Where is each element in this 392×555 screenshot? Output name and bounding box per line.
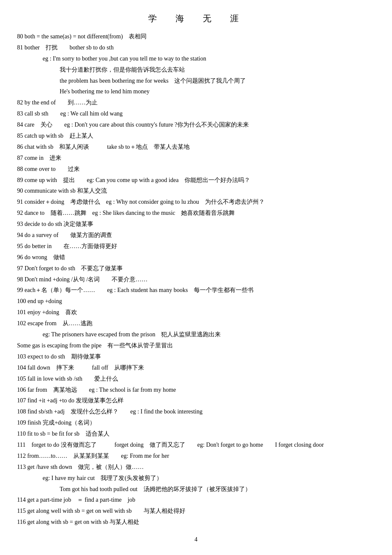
entry-100: 100 end up +doing bbox=[17, 296, 375, 307]
entry-113: 113 get /have sth down 做完，被（别人）做…… bbox=[17, 462, 375, 473]
entry-92: 92 dance to 随着……跳舞 eg : She likes dancin… bbox=[17, 208, 375, 219]
entry-110: 110 fit to sb = be fit for sb 适合某人 bbox=[17, 428, 375, 439]
entry-82: 82 by the end of 到……为止 bbox=[17, 97, 375, 108]
entry-102eg2: Some gas is escaping from the pipe 有一些气体… bbox=[17, 340, 375, 351]
entry-108: 108 find sb/sth +adj 发现什么怎么样？ eg : I fin… bbox=[17, 406, 375, 417]
entry-99: 99 each＋名（单）每一个…… eg : Each student has … bbox=[17, 285, 375, 296]
entry-98: 98 Don't mind +doing /从句 /名词 不要介意…… bbox=[17, 274, 375, 285]
entry-101: 101 enjoy +doing 喜欢 bbox=[17, 307, 375, 318]
entry-81eg: eg : I'm sorry to bother you ,but can yo… bbox=[17, 53, 375, 64]
entry-90: 90 communicate with sb 和某人交流 bbox=[17, 185, 375, 197]
entry-112: 112 from……to…… 从某某到某某 eg: From me for he… bbox=[17, 451, 375, 462]
entry-80: 80 both = the same(as) = not different(f… bbox=[17, 31, 375, 42]
entry-81zh2: the problem has been bothering me for we… bbox=[17, 75, 375, 87]
entry-97: 97 Don't forget to do sth 不要忘了做某事 bbox=[17, 263, 375, 274]
content-area: 80 both = the same(as) = not different(f… bbox=[17, 31, 375, 528]
entry-116: 116 get along with sb = get on with sb 与… bbox=[17, 517, 375, 528]
entry-89: 89 come up with 提出 eg: Can you come up w… bbox=[17, 175, 375, 186]
entry-88: 88 come over to 过来 bbox=[17, 164, 375, 175]
page-title: 学 海 无 涯 bbox=[17, 13, 375, 24]
entry-114: 114 get a part-time job ＝ find a part-ti… bbox=[17, 494, 375, 506]
entry-111: 111 forget to do 没有做而忘了 forget doing 做了而… bbox=[17, 439, 375, 451]
entry-109: 109 finish 完成+doing（名词） bbox=[17, 417, 375, 428]
entry-81: 81 bother 打扰 bother sb to do sth bbox=[17, 42, 375, 53]
entry-91: 91 consider＋doing 考虑做什么 eg : Why not con… bbox=[17, 197, 375, 208]
entry-106: 106 far from 离某地远 eg : The school is far… bbox=[17, 384, 375, 396]
entry-102eg1: eg: The prisoners have escaped from the … bbox=[17, 329, 375, 340]
entry-83: 83 call sb sth eg : We call him old wang bbox=[17, 108, 375, 119]
entry-113eg1: eg: I have my hair cut 我理了发(头发被剪了） bbox=[17, 473, 375, 484]
entry-86: 86 chat with sb 和某人闲谈 take sb to＋地点 带某人去… bbox=[17, 142, 375, 153]
entry-96: 96 do wrong 做错 bbox=[17, 252, 375, 263]
entry-81zh1: 我十分道歉打扰你，但是你能告诉我怎么去车站 bbox=[17, 64, 375, 75]
entry-102: 102 escape from 从……逃跑 bbox=[17, 318, 375, 329]
entry-93: 93 decide to do sth 决定做某事 bbox=[17, 219, 375, 230]
entry-84: 84 care 关心 eg : Don't you care about thi… bbox=[17, 119, 375, 130]
entry-95: 95 do better in 在……方面做得更好 bbox=[17, 241, 375, 252]
entry-103: 103 expect to do sth 期待做某事 bbox=[17, 351, 375, 362]
entry-85: 85 catch up with sb 赶上某人 bbox=[17, 130, 375, 142]
entry-87: 87 come in 进来 bbox=[17, 153, 375, 164]
entry-113eg2: Tom got his bad tooth pulled out 汤姆把他的坏牙… bbox=[17, 484, 375, 495]
entry-105: 105 fall in love with sb /sth 爱上什么 bbox=[17, 373, 375, 384]
entry-115: 115 get along well with sb = get on well… bbox=[17, 506, 375, 517]
entry-104: 104 fall down 摔下来 fall off 从哪摔下来 bbox=[17, 362, 375, 373]
entry-107: 107 find +it +adj +to do 发现做某事怎么样 bbox=[17, 395, 375, 406]
entry-94: 94 do a survey of 做某方面的调查 bbox=[17, 230, 375, 241]
page-number: 4 bbox=[17, 536, 375, 543]
entry-81zh3: He's bothering me to lend him money bbox=[17, 86, 375, 97]
